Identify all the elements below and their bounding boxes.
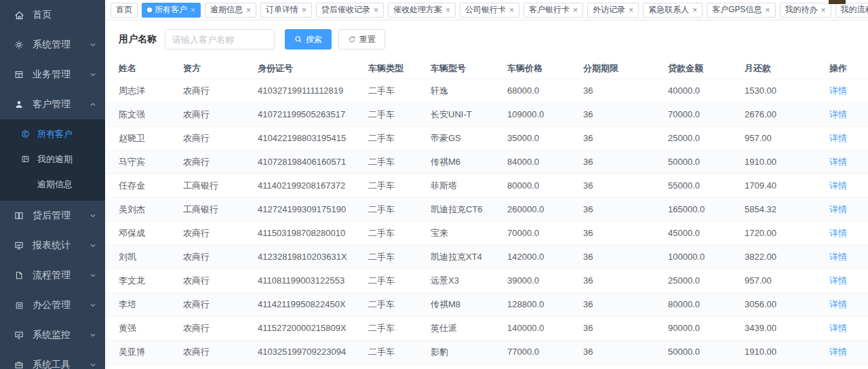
table-cell: 二手车 bbox=[368, 102, 431, 126]
close-icon[interactable]: × bbox=[246, 6, 251, 14]
table-cell: 36 bbox=[583, 102, 668, 126]
tab-10[interactable]: 客户GPS信息× bbox=[707, 3, 775, 18]
table-cell bbox=[583, 364, 668, 369]
close-icon[interactable]: × bbox=[374, 6, 378, 14]
table-cell: 二手车 bbox=[368, 126, 431, 150]
table-cell: 411081199003122553 bbox=[258, 269, 368, 292]
detail-link[interactable]: 详情 bbox=[829, 133, 847, 143]
tab-2[interactable]: 逾期信息× bbox=[205, 3, 256, 18]
table-cell: 41232819810203631X bbox=[258, 245, 368, 269]
table-cell: 凯迪拉克XT4 bbox=[431, 245, 507, 269]
table-cell: 二手车 bbox=[368, 174, 431, 197]
close-icon[interactable]: × bbox=[509, 6, 514, 14]
sidebar-subitem-2[interactable]: 逾期信息 bbox=[0, 172, 105, 197]
reset-button[interactable]: 重置 bbox=[338, 29, 385, 50]
search-input[interactable] bbox=[165, 29, 275, 50]
table-cell: 农商行 bbox=[183, 79, 258, 102]
close-icon[interactable]: × bbox=[446, 6, 450, 14]
table-cell: 长安UNI-T bbox=[431, 102, 507, 126]
table-cell: 1530.00 bbox=[745, 79, 829, 102]
table-cell: 70000.0 bbox=[668, 102, 745, 126]
tab-3[interactable]: 订单详情× bbox=[260, 3, 312, 18]
tab-0[interactable]: 首页 bbox=[111, 3, 138, 18]
tab-1[interactable]: 所有客户× bbox=[142, 3, 201, 18]
table-cell: 二手车 bbox=[368, 150, 431, 174]
table-cell: 二手车 bbox=[368, 245, 431, 269]
detail-link[interactable]: 详情 bbox=[829, 323, 847, 333]
sidebar-item-top-3[interactable]: 客户管理 bbox=[0, 90, 105, 119]
tab-5[interactable]: 催收处理方案× bbox=[388, 3, 456, 18]
tab-4[interactable]: 贷后催收记录× bbox=[316, 3, 384, 18]
tab-6[interactable]: 公司银行卡× bbox=[460, 3, 519, 18]
tab-label: 贷后催收记录 bbox=[321, 4, 370, 16]
chevron-down-icon bbox=[89, 301, 97, 309]
table-cell: 36 bbox=[583, 79, 668, 102]
chevron-down-icon bbox=[89, 71, 97, 79]
close-icon[interactable]: × bbox=[765, 6, 770, 14]
detail-link[interactable]: 详情 bbox=[829, 157, 847, 167]
user-icon bbox=[14, 99, 24, 110]
table-cell: 36 bbox=[583, 269, 668, 292]
sidebar-item-bottom-0[interactable]: 贷后管理 bbox=[0, 201, 105, 231]
sidebar-item-bottom-3[interactable]: 办公管理 bbox=[0, 290, 105, 320]
detail-link[interactable]: 详情 bbox=[829, 85, 847, 96]
table-cell bbox=[668, 364, 745, 369]
table-cell: 轩逸 bbox=[431, 79, 507, 102]
tab-8[interactable]: 外访记录× bbox=[587, 3, 639, 18]
detail-link[interactable]: 详情 bbox=[829, 204, 847, 214]
close-icon[interactable]: × bbox=[302, 6, 307, 14]
close-icon[interactable]: × bbox=[191, 6, 195, 14]
sidebar-item-bottom-1[interactable]: 报表统计 bbox=[0, 231, 105, 260]
search-field-label: 用户名称 bbox=[119, 33, 157, 45]
search-button[interactable]: 搜索 bbox=[285, 29, 332, 50]
detail-link[interactable]: 详情 bbox=[829, 252, 847, 262]
tab-11[interactable]: 我的待办× bbox=[780, 3, 831, 18]
table-cell: 50000.0 bbox=[668, 150, 745, 174]
detail-link[interactable]: 详情 bbox=[829, 299, 847, 309]
table-cell: 36 bbox=[583, 340, 668, 364]
table-cell: 邓保成 bbox=[105, 221, 183, 245]
table-cell-action: 详情 bbox=[829, 316, 868, 340]
tab-9[interactable]: 紧急联系人× bbox=[643, 3, 703, 18]
column-header-6: 分期期限 bbox=[583, 58, 668, 79]
column-header-8: 月还款 bbox=[745, 58, 829, 79]
table-cell-action: 详情 bbox=[829, 150, 868, 174]
table-cell: 90000.0 bbox=[668, 316, 745, 340]
tab-7[interactable]: 客户银行卡× bbox=[524, 3, 583, 18]
sidebar-item-top-2[interactable]: 业务管理 bbox=[0, 60, 105, 90]
close-icon[interactable]: × bbox=[821, 6, 826, 14]
table-cell: 3822.00 bbox=[745, 245, 829, 269]
sidebar-subitem-0[interactable]: 所有客户 bbox=[0, 121, 105, 147]
sidebar-item-top-0[interactable]: 首页 bbox=[0, 0, 105, 30]
detail-link[interactable]: 详情 bbox=[829, 109, 847, 119]
table-cell: 帝豪GS bbox=[431, 126, 507, 150]
detail-link[interactable]: 详情 bbox=[829, 180, 847, 191]
avatar[interactable] bbox=[829, 0, 846, 4]
close-icon[interactable]: × bbox=[629, 6, 633, 14]
table-cell: 410325199709223094 bbox=[258, 340, 368, 364]
table-cell-action: 详情 bbox=[829, 174, 868, 197]
detail-link[interactable]: 详情 bbox=[829, 347, 847, 357]
sidebar-subitem-1[interactable]: 我的逾期 bbox=[0, 147, 105, 172]
table-row: 刘凯农商行41232819810203631X二手车凯迪拉克XT4142000.… bbox=[105, 245, 868, 269]
sidebar-item-bottom-4[interactable]: 系统监控 bbox=[0, 320, 105, 350]
tab-12[interactable]: 我的流程× bbox=[835, 3, 868, 18]
table-cell: 3439.00 bbox=[745, 316, 829, 340]
chevron-down-icon bbox=[89, 331, 97, 339]
table-cell: 84000.0 bbox=[507, 150, 583, 174]
sidebar-subitem-label: 我的逾期 bbox=[37, 153, 73, 166]
sidebar-item-top-1[interactable]: 系统管理 bbox=[0, 30, 105, 60]
table-cell: 80000.0 bbox=[507, 174, 583, 197]
table-cell: 68000.0 bbox=[507, 79, 583, 102]
table-cell: 36 bbox=[583, 126, 668, 150]
table-cell: 黄强 bbox=[105, 316, 183, 340]
sidebar-submenu: 所有客户我的逾期逾期信息 bbox=[0, 119, 105, 201]
detail-link[interactable]: 详情 bbox=[829, 228, 847, 238]
chevron-down-icon bbox=[89, 41, 97, 49]
sidebar-item-bottom-5[interactable]: 系统工具 bbox=[0, 350, 105, 369]
detail-link[interactable]: 详情 bbox=[829, 275, 847, 286]
sidebar-item-bottom-2[interactable]: 流程管理 bbox=[0, 260, 105, 290]
close-icon[interactable]: × bbox=[692, 6, 697, 14]
close-icon[interactable]: × bbox=[573, 6, 578, 14]
table-cell: 二手车 bbox=[368, 292, 431, 316]
